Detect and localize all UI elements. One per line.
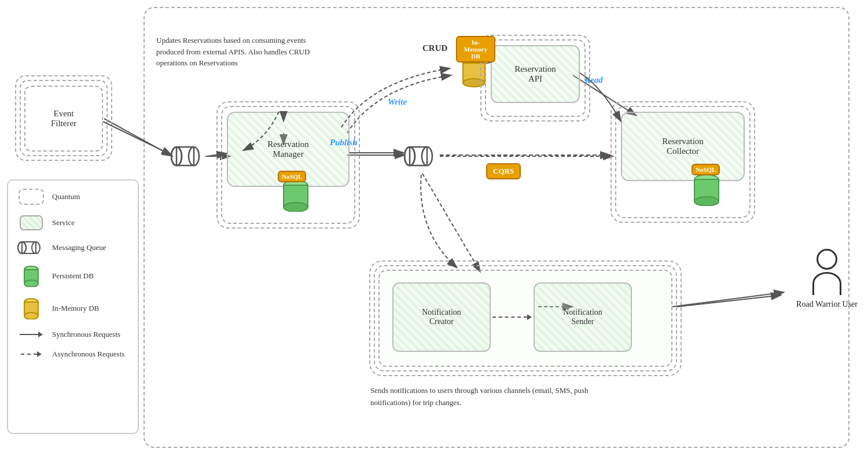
user-label: Road Warrior User: [796, 299, 858, 310]
legend-service: Service: [17, 215, 128, 230]
svg-point-37: [694, 197, 719, 206]
msg-queue-1: [171, 146, 205, 169]
svg-point-27: [284, 203, 308, 212]
res-api-label: Reservation API: [514, 64, 556, 84]
road-warrior-user: Road Warrior User: [796, 249, 858, 310]
user-head-icon: [816, 249, 837, 270]
user-body-icon: [812, 272, 841, 295]
legend-quantum: Quantum: [17, 189, 128, 205]
cqrs-badge: CQRS: [486, 163, 521, 179]
svg-rect-29: [410, 147, 427, 166]
notification-creator-label: Notification Creator: [422, 308, 461, 326]
notification-sender-label: Notification Sender: [563, 308, 602, 326]
svg-rect-12: [22, 242, 36, 253]
event-filterer-label: Event Filterer: [51, 109, 76, 128]
inmem-badge: In-Memory DB: [456, 36, 495, 62]
res-collector-label: Reservation Collector: [662, 137, 704, 156]
svg-point-20: [24, 312, 38, 319]
main-annotation: Updates Reservations based on consuming …: [156, 35, 336, 69]
nosql-badge-1: NoSQL: [278, 171, 306, 182]
legend-persistent-db: Persistent DB: [17, 265, 128, 287]
legend-inmemory-db: In-Memory DB: [17, 297, 128, 319]
nosql-badge-2: NoSQL: [692, 164, 720, 175]
legend-queue: Messaging Queue: [17, 241, 128, 255]
notif-internal-arrow: [492, 314, 532, 320]
svg-point-17: [24, 280, 38, 287]
res-manager-label: Reservation Manager: [267, 139, 309, 159]
legend-sync-arrow: Synchronous Requests: [17, 330, 128, 339]
crud-label: CRUD: [422, 42, 447, 55]
legend-box: Quantum Service Messaging Queue Persiste…: [7, 179, 139, 434]
svg-rect-22: [176, 147, 194, 166]
notification-quantum1: Notification Creator Notification Sender: [378, 270, 672, 367]
notification-creator-service: Notification Creator: [392, 282, 491, 352]
read-label: Read: [584, 75, 603, 85]
event-filterer-box: Event Filterer: [24, 86, 103, 152]
write-label: Write: [388, 97, 407, 107]
publish-label: Publish: [330, 138, 358, 148]
persistent-db-1: [282, 179, 309, 214]
msg-queue-2: [404, 146, 439, 169]
persistent-db-2: [693, 174, 720, 208]
res-collector-service: Reservation Collector: [621, 112, 745, 181]
legend-async-arrow: Asynchronous Requests: [17, 350, 128, 359]
notification-sender-service: Notification Sender: [534, 282, 632, 352]
notification-annotation: Sends notifications to users through var…: [370, 385, 590, 409]
res-api-service: Reservation API: [491, 45, 580, 103]
